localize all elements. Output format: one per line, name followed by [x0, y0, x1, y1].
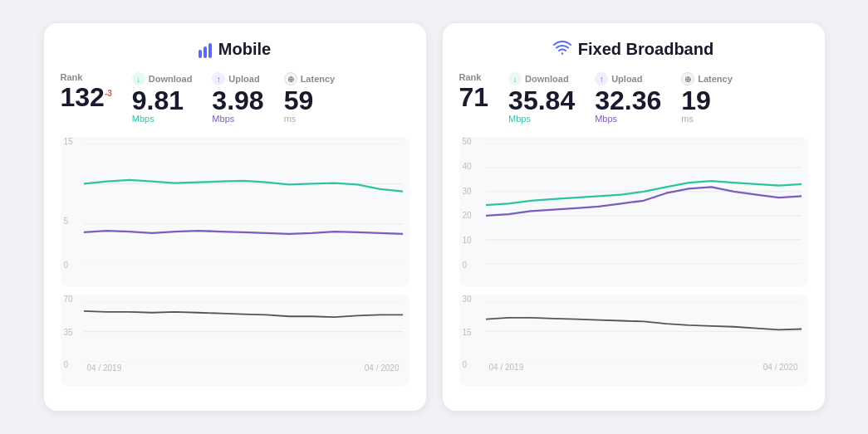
mobile-latency-label: ⊕ Latency	[284, 72, 336, 85]
broadband-speed-chart: 50 40 30 20 10 0	[459, 137, 808, 286]
bb-lat-y-mid: 15	[463, 328, 472, 337]
bb-x-start: 04 / 2019	[489, 363, 524, 372]
main-container: Mobile Rank 132-3 ↓ Download 9.81 Mbps	[27, 7, 841, 427]
mobile-rank-value: 132-3	[61, 84, 112, 110]
bb-y-30: 30	[463, 187, 472, 196]
broadband-latency-chart: 30 15 0 04 / 2019 04 / 2020	[459, 295, 808, 386]
mobile-upload: ↑ Upload 3.98 Mbps	[212, 72, 263, 124]
bb-y-10: 10	[463, 236, 472, 245]
bb-download-arrow-icon: ↓	[508, 72, 522, 85]
mobile-upload-label: ↑ Upload	[212, 72, 263, 85]
mobile-download-value: 9.81	[132, 87, 193, 114]
mobile-download-unit: Mbps	[132, 114, 193, 124]
broadband-download: ↓ Download 35.84 Mbps	[508, 72, 575, 124]
mobile-stats: Rank 132-3 ↓ Download 9.81 Mbps ↑ Upload	[61, 72, 409, 124]
mobile-icon	[199, 41, 212, 58]
mobile-y-0: 0	[64, 261, 73, 270]
broadband-card: Fixed Broadband Rank 71 ↓ Download 35.84…	[443, 23, 825, 411]
mobile-title-text: Mobile	[218, 40, 271, 59]
broadband-speed-y-labels: 50 40 30 20 10 0	[463, 137, 472, 270]
bb-y-20: 20	[463, 211, 472, 220]
bb-y-0: 0	[463, 261, 472, 270]
broadband-stats: Rank 71 ↓ Download 35.84 Mbps ↑ Upload 3…	[459, 72, 808, 124]
mobile-x-labels: 04 / 2019 04 / 2020	[84, 362, 403, 373]
mobile-x-end: 04 / 2020	[365, 363, 400, 373]
broadband-title-text: Fixed Broadband	[578, 40, 714, 59]
broadband-upload-label: ↑ Upload	[595, 72, 661, 85]
mobile-download-label: ↓ Download	[132, 72, 193, 85]
mobile-lat-y-top: 70	[64, 295, 73, 304]
broadband-rank-label: Rank	[459, 72, 489, 82]
bb-upload-arrow-icon: ↑	[595, 72, 608, 85]
mobile-latency-y-labels: 70 35 0	[64, 295, 73, 369]
broadband-latency: ⊕ Latency 19 ms	[681, 72, 733, 124]
mobile-latency-value: 59	[284, 87, 336, 114]
mobile-upload-unit: Mbps	[212, 114, 263, 124]
mobile-speed-chart: 15 5 0	[61, 137, 409, 286]
broadband-latency-unit: ms	[681, 114, 733, 124]
mobile-y-15: 15	[64, 137, 73, 146]
broadband-x-labels: 04 / 2019 04 / 2020	[486, 361, 802, 372]
broadband-download-value: 35.84	[508, 87, 575, 114]
broadband-upload-unit: Mbps	[595, 114, 661, 124]
broadband-download-unit: Mbps	[508, 114, 575, 124]
broadband-title: Fixed Broadband	[459, 40, 808, 59]
upload-arrow-icon: ↑	[212, 72, 225, 85]
broadband-latency-value: 19	[681, 87, 733, 114]
bb-y-40: 40	[463, 162, 472, 171]
wifi-icon	[553, 40, 571, 59]
mobile-latency-chart: 70 35 0 04 / 2019 04 / 2020	[61, 295, 409, 386]
mobile-latency: ⊕ Latency 59 ms	[284, 72, 336, 124]
bb-latency-icon: ⊕	[681, 72, 694, 85]
broadband-rank-value: 71	[459, 84, 489, 110]
mobile-card: Mobile Rank 132-3 ↓ Download 9.81 Mbps	[44, 23, 426, 411]
broadband-latency-y-labels: 30 15 0	[463, 295, 472, 369]
bb-x-end: 04 / 2020	[763, 363, 798, 372]
mobile-download: ↓ Download 9.81 Mbps	[132, 72, 193, 124]
mobile-upload-value: 3.98	[212, 87, 263, 114]
broadband-latency-label: ⊕ Latency	[681, 72, 733, 85]
mobile-lat-y-bot: 0	[64, 360, 73, 369]
broadband-upload: ↑ Upload 32.36 Mbps	[595, 72, 661, 124]
mobile-lat-y-mid: 35	[64, 328, 73, 337]
bb-lat-y-bot: 0	[463, 360, 472, 369]
download-arrow-icon: ↓	[132, 72, 145, 85]
mobile-rank: Rank 132-3	[61, 72, 112, 110]
mobile-rank-label: Rank	[61, 72, 112, 82]
broadband-rank: Rank 71	[459, 72, 489, 110]
mobile-y-5: 5	[64, 217, 73, 226]
mobile-latency-unit: ms	[284, 114, 336, 124]
svg-point-7	[562, 52, 563, 54]
mobile-title: Mobile	[61, 40, 409, 59]
bb-lat-y-top: 30	[463, 295, 472, 304]
latency-icon: ⊕	[284, 72, 297, 85]
broadband-upload-value: 32.36	[595, 87, 661, 114]
mobile-rank-change: -3	[105, 89, 112, 98]
broadband-download-label: ↓ Download	[508, 72, 575, 85]
bb-y-50: 50	[463, 137, 472, 146]
mobile-speed-y-labels: 15 5 0	[64, 137, 73, 270]
mobile-x-start: 04 / 2019	[87, 363, 122, 373]
